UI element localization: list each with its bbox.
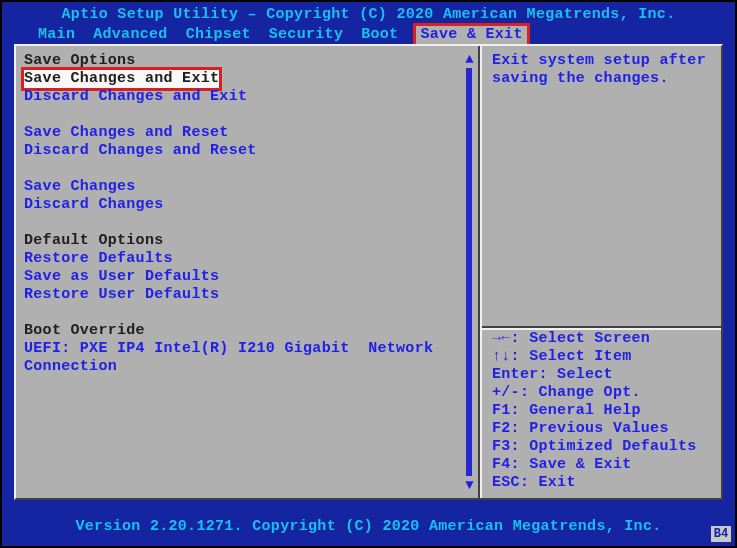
key-legend: →←: Select Screen ↑↓: Select Item Enter:…	[492, 330, 711, 492]
scroll-down-icon[interactable]: ▼	[465, 476, 474, 494]
item-save-as-user-defaults[interactable]: Save as User Defaults	[24, 268, 219, 285]
item-boot-override-entry[interactable]: UEFI: PXE IP4 Intel(R) I210 Gigabit Netw…	[24, 340, 433, 357]
bios-title: Aptio Setup Utility – Copyright (C) 2020…	[2, 2, 735, 24]
client-area: ▲ ▼ Save Options Save Changes and Exit D…	[14, 44, 723, 500]
legend-f2: F2: Previous Values	[492, 420, 711, 438]
legend-f3: F3: Optimized Defaults	[492, 438, 711, 456]
tab-advanced[interactable]: Advanced	[93, 26, 167, 44]
section-save-options: Save Options	[24, 52, 474, 70]
item-save-changes[interactable]: Save Changes	[24, 178, 136, 195]
item-discard-changes-and-exit[interactable]: Discard Changes and Exit	[24, 88, 247, 105]
legend-select-screen: →←: Select Screen	[492, 330, 711, 348]
item-restore-defaults[interactable]: Restore Defaults	[24, 250, 173, 267]
tab-chipset[interactable]: Chipset	[186, 26, 251, 44]
legend-select-item: ↑↓: Select Item	[492, 348, 711, 366]
item-discard-changes[interactable]: Discard Changes	[24, 196, 164, 213]
item-save-changes-and-reset[interactable]: Save Changes and Reset	[24, 124, 229, 141]
scrollbar[interactable]	[466, 68, 472, 476]
legend-change: +/-: Change Opt.	[492, 384, 711, 402]
bios-footer: Version 2.20.1271. Copyright (C) 2020 Am…	[2, 518, 735, 536]
legend-f4: F4: Save & Exit	[492, 456, 711, 474]
tab-boot[interactable]: Boot	[361, 26, 398, 44]
item-boot-override-entry-cont[interactable]: Connection	[24, 358, 117, 375]
corner-badge: B4	[711, 526, 731, 542]
section-default-options: Default Options	[24, 232, 474, 250]
legend-enter: Enter: Select	[492, 366, 711, 384]
tab-main[interactable]: Main	[38, 26, 75, 44]
bios-screen: Aptio Setup Utility – Copyright (C) 2020…	[0, 0, 737, 548]
item-help-text: Exit system setup after saving the chang…	[492, 52, 711, 88]
scroll-up-icon[interactable]: ▲	[465, 50, 474, 68]
item-restore-user-defaults[interactable]: Restore User Defaults	[24, 286, 219, 303]
tab-security[interactable]: Security	[269, 26, 343, 44]
tab-save-exit[interactable]: Save & Exit	[416, 26, 526, 44]
legend-esc: ESC: Exit	[492, 474, 711, 492]
legend-f1: F1: General Help	[492, 402, 711, 420]
item-discard-changes-and-reset[interactable]: Discard Changes and Reset	[24, 142, 257, 159]
section-boot-override: Boot Override	[24, 322, 474, 340]
item-save-changes-and-exit[interactable]: Save Changes and Exit	[24, 70, 219, 88]
right-pane: Exit system setup after saving the chang…	[480, 46, 721, 498]
left-pane: ▲ ▼ Save Options Save Changes and Exit D…	[16, 46, 480, 498]
